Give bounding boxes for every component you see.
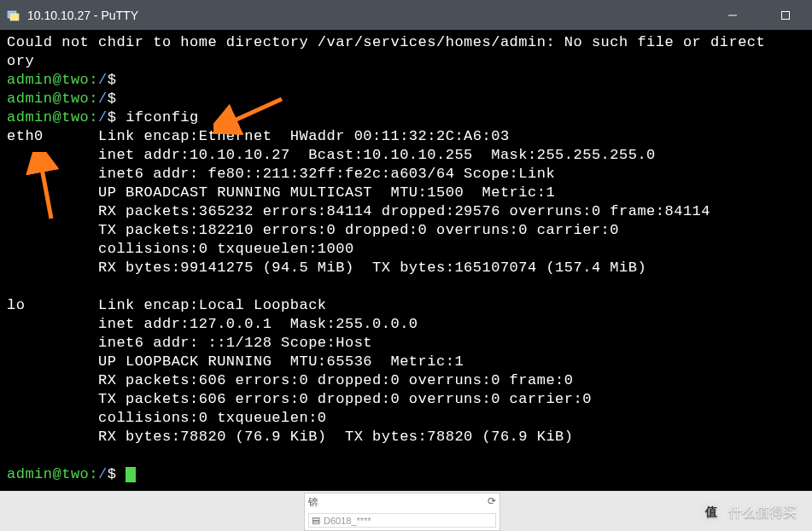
iface-line: eth0 Link encap:Ethernet HWaddr 00:11:32… bbox=[7, 127, 805, 146]
window-controls bbox=[706, 0, 812, 30]
iface-line: UP BROADCAST RUNNING MULTICAST MTU:1500 … bbox=[7, 184, 805, 202]
prompt-line: admin@two:/$ bbox=[7, 71, 805, 90]
iface-line: RX packets:365232 errors:84114 dropped:2… bbox=[7, 202, 805, 221]
iface-line: inet addr:10.10.10.27 Bcast:10.10.10.255… bbox=[7, 146, 805, 165]
iface-line: inet6 addr: ::1/128 Scope:Host bbox=[7, 334, 805, 353]
iface-line: inet addr:127.0.0.1 Mask:255.0.0.0 bbox=[7, 315, 805, 334]
iface-line: inet6 addr: fe80::211:32ff:fe2c:a603/64 … bbox=[7, 165, 805, 184]
iface-line: UP LOOPBACK RUNNING MTU:65536 Metric:1 bbox=[7, 353, 805, 371]
svg-rect-3 bbox=[782, 11, 790, 19]
bg-filename: D6018_**** bbox=[324, 516, 371, 526]
iface-line: RX packets:606 errors:0 dropped:0 overru… bbox=[7, 371, 805, 390]
prompt-cursor[interactable]: admin@two:/$ bbox=[7, 465, 805, 484]
watermark-text: 什么值得买 bbox=[728, 504, 797, 522]
refresh-icon: ⟳ bbox=[488, 495, 496, 510]
file-icon: ▤ bbox=[312, 515, 320, 526]
iface-line: RX bytes:78820 (76.9 KiB) TX bytes:78820… bbox=[7, 428, 805, 446]
watermark-badge: 值 bbox=[699, 500, 723, 524]
svg-rect-1 bbox=[10, 14, 19, 20]
putty-window: 10.10.10.27 - PuTTY Could not chdir to h… bbox=[0, 0, 812, 491]
iface-line: lo Link encap:Local Loopback bbox=[7, 296, 805, 315]
putty-icon bbox=[7, 9, 20, 22]
prompt-line: admin@two:/$ bbox=[7, 90, 805, 108]
iface-line: RX bytes:99141275 (94.5 MiB) TX bytes:16… bbox=[7, 259, 805, 277]
window-title: 10.10.10.27 - PuTTY bbox=[27, 9, 138, 22]
iface-line: collisions:0 txqueuelen:1000 bbox=[7, 240, 805, 259]
titlebar[interactable]: 10.10.10.27 - PuTTY bbox=[0, 0, 812, 30]
terminal-output[interactable]: Could not chdir to home directory /var/s… bbox=[0, 30, 812, 491]
iface-line: TX packets:606 errors:0 dropped:0 overru… bbox=[7, 390, 805, 409]
cursor bbox=[126, 467, 136, 482]
iface-line: collisions:0 txqueuelen:0 bbox=[7, 409, 805, 428]
bg-char: 锛 bbox=[308, 495, 318, 510]
maximize-button[interactable] bbox=[759, 0, 812, 30]
iface-line: TX packets:182210 errors:0 dropped:0 ove… bbox=[7, 221, 805, 240]
error-line: Could not chdir to home directory /var/s… bbox=[7, 33, 805, 52]
blank-line bbox=[7, 277, 805, 296]
titlebar-left: 10.10.10.27 - PuTTY bbox=[7, 9, 138, 22]
background-window-fragment: 锛 ⟳ ▤ D6018_**** bbox=[304, 493, 500, 531]
watermark: 值 什么值得买 bbox=[699, 500, 797, 524]
error-line-2: ory bbox=[7, 52, 805, 71]
blank-line bbox=[7, 446, 805, 465]
command-line: admin@two:/$ ifconfig bbox=[7, 108, 805, 127]
minimize-button[interactable] bbox=[706, 0, 759, 30]
